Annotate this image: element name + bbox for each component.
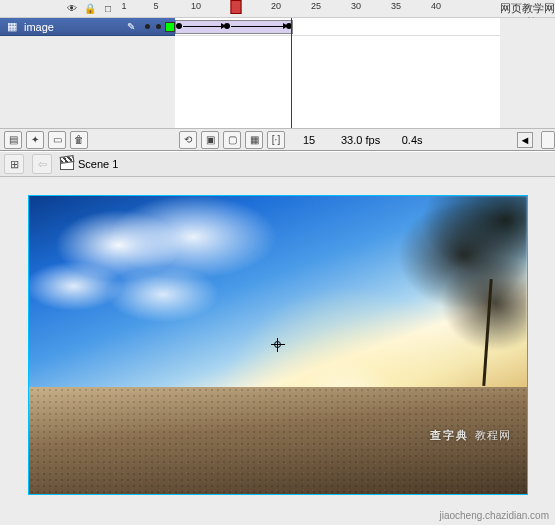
- frames-row[interactable]: [175, 18, 500, 36]
- layers-body: ▦ image ✎: [0, 18, 555, 128]
- ruler-mark: 10: [191, 1, 201, 11]
- beach-photo-symbol[interactable]: 查字典教程网: [29, 196, 527, 494]
- edit-multiple-button[interactable]: ▦: [245, 131, 263, 149]
- keyframe[interactable]: [176, 23, 182, 29]
- watermark-footer: jiaocheng.chazidian.com: [439, 510, 549, 521]
- fps-display: 33.0 fps: [333, 134, 388, 146]
- layer-row-image[interactable]: ▦ image ✎: [0, 18, 175, 36]
- edit-scene-button[interactable]: ⊞: [4, 154, 24, 174]
- layer-toggles: [145, 24, 161, 29]
- playback-controls: ⟲ ▣ ▢ ▦ [·] 15 33.0 fps 0.4s ◄: [175, 131, 555, 149]
- tween-arrow: [183, 26, 221, 27]
- scene-name: Scene 1: [78, 158, 118, 170]
- tween-span[interactable]: [175, 20, 293, 34]
- header-link[interactable]: 网页教学网 www.webjx.com: [500, 0, 555, 17]
- timeline-panel: 👁 🔒 □ 1 5 10 15 20 25 30 35 40 网页教学网 www…: [0, 0, 555, 151]
- new-layer-button[interactable]: ▤: [4, 131, 22, 149]
- lock-column-icon[interactable]: 🔒: [84, 3, 96, 15]
- scene-breadcrumb[interactable]: Scene 1: [60, 158, 118, 170]
- playhead-marker[interactable]: [231, 0, 242, 14]
- playhead-line: [291, 18, 292, 128]
- layer-type-icon: ▦: [6, 21, 18, 33]
- timeline-footer: ▤ ✦ ▭ 🗑 ⟲ ▣ ▢ ▦ [·] 15 33.0 fps 0.4s ◄: [0, 128, 555, 150]
- palm-fronds: [317, 196, 526, 434]
- modify-markers-button[interactable]: [·]: [267, 131, 285, 149]
- lock-dot[interactable]: [156, 24, 161, 29]
- stage[interactable]: 查字典教程网: [28, 195, 528, 495]
- header-link-text: 网页教学网: [500, 1, 555, 16]
- new-folder-button[interactable]: ✦: [26, 131, 44, 149]
- outline-column-icon[interactable]: □: [102, 3, 114, 15]
- ruler-mark: 35: [391, 1, 401, 11]
- eye-column-icon[interactable]: 👁: [66, 3, 78, 15]
- palm-trees: [317, 196, 526, 434]
- elapsed-display: 0.4s: [392, 134, 432, 146]
- watermark-main: 查字典教程网: [430, 424, 511, 444]
- ruler-mark: 30: [351, 1, 361, 11]
- breadcrumb-bar: ⊞ ⇦ Scene 1: [0, 151, 555, 177]
- back-button: ⇦: [32, 154, 52, 174]
- center-frame-button[interactable]: ⟲: [179, 131, 197, 149]
- layer-name-label: image: [22, 21, 123, 33]
- timeline-header: 👁 🔒 □ 1 5 10 15 20 25 30 35 40 网页教学网 www…: [0, 0, 555, 18]
- layer-list: ▦ image ✎: [0, 18, 175, 128]
- registration-point-icon: [271, 338, 285, 352]
- current-frame-display: 15: [289, 134, 329, 146]
- ruler-mark: 20: [271, 1, 281, 11]
- layer-column-headers: 👁 🔒 □: [0, 0, 120, 17]
- layer-buttons: ▤ ✦ ▭ 🗑: [0, 131, 175, 149]
- clouds: [29, 196, 328, 360]
- frames-area[interactable]: [175, 18, 500, 128]
- add-guide-button[interactable]: ▭: [48, 131, 66, 149]
- onion-outline-button[interactable]: ▢: [223, 131, 241, 149]
- onion-skin-button[interactable]: ▣: [201, 131, 219, 149]
- delete-layer-button[interactable]: 🗑: [70, 131, 88, 149]
- timeline-ruler[interactable]: 1 5 10 15 20 25 30 35 40: [120, 0, 500, 17]
- scroll-left-button[interactable]: ◄: [517, 132, 533, 148]
- ruler-mark: 1: [121, 1, 126, 11]
- ruler-mark: 40: [431, 1, 441, 11]
- ruler-mark: 5: [153, 1, 158, 11]
- visibility-dot[interactable]: [145, 24, 150, 29]
- watermark-main-text: 查字典: [430, 429, 469, 441]
- tween-arrow: [231, 26, 283, 27]
- ruler-mark: 25: [311, 1, 321, 11]
- keyframe[interactable]: [224, 23, 230, 29]
- watermark-sub-text: 教程网: [475, 429, 511, 441]
- layer-color-chip[interactable]: [165, 22, 175, 32]
- stage-wrap: 查字典教程网: [0, 177, 555, 513]
- clapper-icon: [60, 158, 74, 170]
- pencil-icon: ✎: [127, 21, 141, 32]
- frames-extra-pad: [500, 18, 555, 128]
- scroll-handle[interactable]: [541, 131, 555, 149]
